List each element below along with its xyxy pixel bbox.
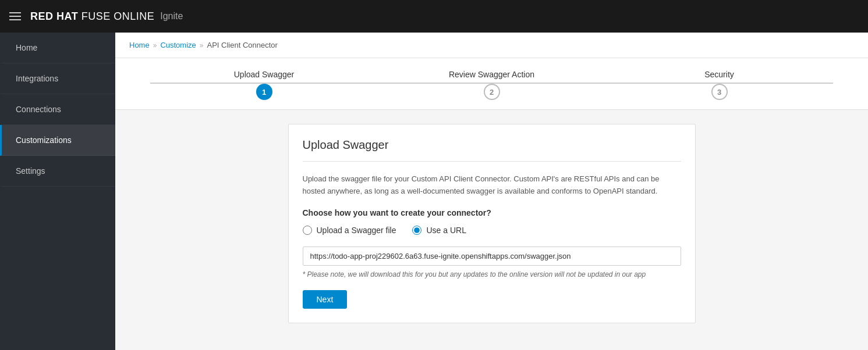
breadcrumb-customize-link[interactable]: Customize — [160, 41, 196, 49]
url-input[interactable] — [303, 247, 681, 266]
step-1: Upload Swagger 1 — [150, 70, 378, 100]
upload-swagger-card: Upload Swagger Upload the swagger file f… — [288, 124, 696, 323]
breadcrumb: Home » Customize » API Client Connector — [115, 33, 868, 58]
breadcrumb-home-link[interactable]: Home — [129, 41, 150, 49]
brand: RED HAT FUSE ONLINE Ignite — [30, 10, 183, 23]
step-2: Review Swagger Action 2 — [378, 70, 605, 100]
card-area: Upload Swagger Upload the swagger file f… — [115, 110, 868, 337]
sidebar-item-integrations[interactable]: Integrations — [0, 63, 115, 94]
sidebar: Home Integrations Connections Customizat… — [0, 33, 115, 350]
radio-use-url[interactable] — [412, 226, 421, 235]
step-3-circle: 3 — [711, 84, 728, 100]
sidebar-item-connections[interactable]: Connections — [0, 94, 115, 125]
steps-row: Upload Swagger 1 Review Swagger Action 2… — [150, 70, 833, 100]
option-upload-file-label: Upload a Swagger file — [317, 226, 396, 235]
next-button[interactable]: Next — [303, 290, 348, 309]
breadcrumb-sep2: » — [200, 41, 204, 49]
step-3: Security 3 — [605, 70, 833, 100]
radio-upload-file[interactable] — [303, 226, 312, 235]
top-navbar: RED HAT FUSE ONLINE Ignite — [0, 0, 868, 33]
step-1-circle: 1 — [256, 84, 272, 100]
step-1-label: Upload Swagger — [234, 70, 295, 79]
option-upload-file[interactable]: Upload a Swagger file — [303, 226, 396, 235]
step-2-label: Review Swagger Action — [449, 70, 534, 79]
main-content: Home » Customize » API Client Connector … — [115, 33, 868, 350]
sidebar-item-home[interactable]: Home — [0, 33, 115, 63]
sidebar-item-customizations[interactable]: Customizations — [0, 125, 115, 156]
card-description: Upload the swagger file for your Custom … — [303, 173, 681, 198]
breadcrumb-sep1: » — [153, 41, 157, 49]
card-title: Upload Swagger — [303, 138, 681, 162]
sidebar-item-settings[interactable]: Settings — [0, 156, 115, 187]
step-2-circle: 2 — [484, 84, 500, 100]
step-3-label: Security — [704, 70, 734, 79]
radio-group: Upload a Swagger file Use a URL — [303, 226, 681, 235]
url-note: * Please note, we will download this for… — [303, 270, 681, 278]
card-question: Choose how you want to create your conne… — [303, 208, 681, 217]
brand-name: RED HAT FUSE ONLINE — [30, 10, 154, 23]
option-use-url-label: Use a URL — [426, 226, 466, 235]
brand-subtitle: Ignite — [160, 11, 183, 22]
steps-wizard: Upload Swagger 1 Review Swagger Action 2… — [115, 58, 868, 110]
breadcrumb-current: API Client Connector — [207, 41, 277, 49]
option-use-url[interactable]: Use a URL — [412, 226, 466, 235]
hamburger-icon[interactable] — [9, 12, 21, 20]
main-layout: Home Integrations Connections Customizat… — [0, 33, 868, 350]
